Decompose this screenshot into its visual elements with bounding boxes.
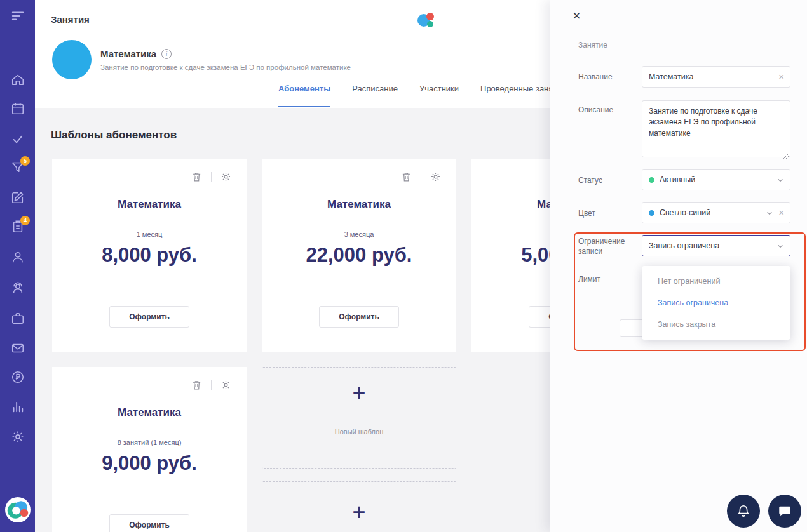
status-dot-green: [649, 177, 654, 183]
calendar-icon[interactable]: [11, 102, 25, 116]
restriction-label: Ограничение записи: [578, 236, 637, 256]
dropdown-option-closed[interactable]: Запись закрыта: [642, 314, 790, 335]
bell-icon: [736, 504, 750, 518]
card-title: Математика: [52, 406, 247, 419]
icon-divider: [211, 172, 212, 182]
info-icon[interactable]: i: [161, 49, 172, 59]
section-title: Шаблоны абонементов: [51, 129, 177, 142]
page-title: Занятия: [51, 14, 90, 25]
delete-icon[interactable]: [191, 380, 202, 390]
chat-fab[interactable]: [768, 495, 801, 528]
list-badge: 4: [20, 216, 30, 225]
restriction-select[interactable]: Запись ограничена: [642, 235, 790, 256]
app-root: 5 4: [0, 0, 807, 532]
card-period: 3 месяца: [262, 230, 456, 238]
color-dot-blue: [649, 210, 654, 216]
chevron-down-icon: [776, 243, 784, 250]
sidebar: 5 4: [0, 0, 35, 532]
tab-bar: Абонементы Расписание Участники Проведен…: [278, 84, 566, 107]
color-label: Цвет: [578, 208, 637, 218]
checkout-button[interactable]: Оформить: [319, 306, 399, 328]
new-template-label: Новый шаблон: [262, 428, 456, 436]
tab-participants[interactable]: Участники: [419, 84, 459, 107]
subscription-card: Математика 8 занятий (1 месяц) 9,000 руб…: [52, 367, 247, 532]
name-field-wrap: ×: [642, 66, 790, 88]
status-select[interactable]: Активный: [642, 169, 790, 190]
lesson-avatar: [52, 40, 92, 79]
description-textarea[interactable]: Занятие по подготовке к сдаче экзамена Е…: [642, 100, 790, 157]
filter-icon[interactable]: 5: [11, 160, 25, 174]
card-title: Математика: [52, 198, 247, 211]
subscription-card: Математика 1 месяц 8,000 руб. Оформить: [52, 159, 247, 352]
chart-icon[interactable]: [11, 400, 25, 414]
chevron-down-icon: [766, 209, 773, 217]
menu-icon[interactable]: [11, 9, 25, 23]
chat-icon: [778, 504, 792, 518]
card-period: 8 занятий (1 месяц): [52, 439, 247, 446]
name-label: Название: [578, 72, 637, 82]
card-title: Математика: [262, 198, 456, 211]
color-value: Светло-синий: [660, 208, 710, 217]
restriction-value: Запись ограничена: [649, 241, 719, 250]
filter-badge: 5: [20, 156, 30, 166]
person-icon[interactable]: [11, 250, 25, 264]
card-settings-icon[interactable]: [220, 171, 231, 182]
tab-subscriptions[interactable]: Абонементы: [278, 84, 330, 107]
check-icon[interactable]: [11, 132, 25, 146]
card-price: 8,000 руб.: [52, 244, 247, 267]
delete-icon[interactable]: [401, 171, 412, 182]
tab-schedule[interactable]: Расписание: [352, 84, 398, 107]
lesson-subtitle: Занятие по подготовке к сдаче экзамена Е…: [100, 63, 456, 71]
card-settings-icon[interactable]: [220, 380, 231, 390]
briefcase-icon[interactable]: [11, 311, 25, 325]
settings-icon[interactable]: [11, 430, 25, 444]
chevron-down-icon: [776, 176, 784, 184]
card-price: 22,000 руб.: [262, 244, 456, 267]
name-input[interactable]: [642, 67, 790, 87]
limit-label: Лимит: [578, 274, 637, 284]
edit-icon[interactable]: [11, 190, 25, 204]
clear-color-icon[interactable]: ×: [778, 208, 784, 217]
payments-icon[interactable]: [11, 370, 25, 384]
lesson-title: Математика: [100, 48, 156, 59]
subscription-card: Математика 3 месяца 22,000 руб. Оформить: [262, 159, 456, 352]
new-template-card[interactable]: + Новый шаблон: [262, 367, 456, 469]
home-icon[interactable]: [11, 73, 25, 87]
icon-divider: [211, 380, 212, 390]
new-template-card[interactable]: +: [262, 481, 456, 532]
list-icon[interactable]: 4: [11, 220, 25, 234]
icon-divider: [421, 172, 421, 182]
delete-icon[interactable]: [191, 171, 202, 182]
color-select[interactable]: Светло-синий ×: [642, 202, 790, 223]
mail-icon[interactable]: [11, 341, 25, 355]
status-label: Статус: [578, 175, 637, 185]
close-icon[interactable]: ×: [573, 9, 581, 23]
description-label: Описание: [578, 105, 637, 115]
notifications-fab[interactable]: [727, 495, 760, 528]
app-logo[interactable]: [5, 497, 31, 522]
card-settings-icon[interactable]: [430, 171, 441, 182]
dropdown-option-limited[interactable]: Запись ограничена: [642, 292, 790, 314]
drawer-title: Занятие: [578, 41, 607, 50]
plus-icon: +: [262, 501, 456, 524]
status-value: Активный: [660, 175, 695, 184]
card-period: 1 месяц: [52, 230, 247, 238]
card-price: 9,000 руб.: [52, 452, 247, 475]
clear-name-icon[interactable]: ×: [778, 72, 784, 81]
edit-lesson-drawer: × Занятие Название × Описание Занятие по…: [550, 0, 807, 532]
checkout-button[interactable]: Оформить: [109, 306, 189, 328]
dropdown-option-no-limits[interactable]: Нет ограничений: [642, 270, 790, 292]
brand-logo: [416, 10, 437, 30]
checkout-button[interactable]: Оформить: [109, 514, 189, 532]
support-icon[interactable]: [11, 281, 25, 295]
restriction-dropdown: Нет ограничений Запись ограничена Запись…: [642, 266, 790, 340]
plus-icon: +: [262, 382, 456, 404]
